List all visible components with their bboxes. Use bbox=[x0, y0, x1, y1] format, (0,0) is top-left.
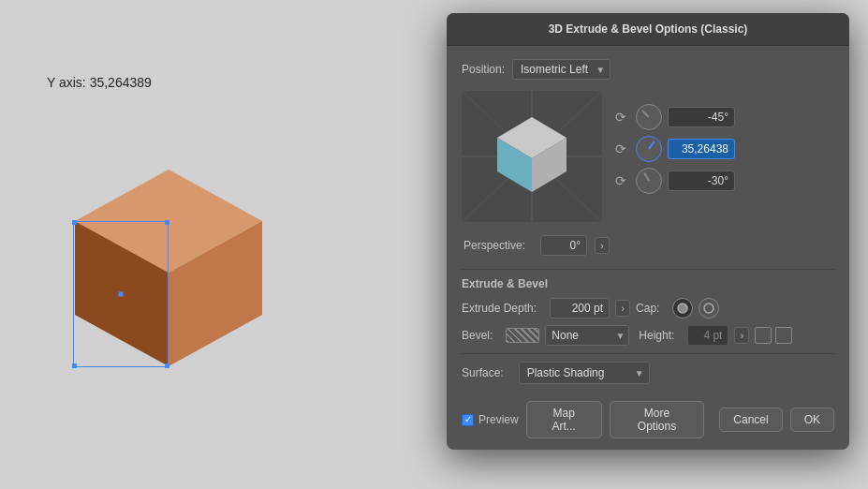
extrude-depth-chevron[interactable]: › bbox=[615, 300, 630, 317]
extrude-depth-label: Extrude Depth: bbox=[462, 302, 537, 315]
divider-2 bbox=[462, 353, 834, 354]
bevel-dropdown[interactable]: None bbox=[545, 325, 629, 346]
x-angle-input[interactable] bbox=[668, 107, 735, 127]
cancel-button[interactable]: Cancel bbox=[719, 408, 782, 432]
preview-checkbox-wrapper: ✓ Preview bbox=[462, 413, 519, 426]
cap-filled-icon bbox=[676, 302, 689, 315]
extrude-depth-row: Extrude Depth: › Cap: bbox=[462, 298, 834, 319]
preview-area: ⟳ ⟳ ⟳ bbox=[462, 91, 834, 222]
x-dial[interactable] bbox=[636, 104, 662, 130]
extrude-bevel-label: Extrude & Bevel bbox=[462, 277, 834, 290]
dialog-titlebar: 3D Extrude & Bevel Options (Classic) bbox=[447, 13, 849, 46]
z-rotation-icon: ⟳ bbox=[611, 173, 630, 188]
cap-filled-button[interactable] bbox=[672, 298, 693, 319]
handle-icon-1 bbox=[755, 327, 772, 344]
y-dial[interactable] bbox=[636, 136, 662, 162]
perspective-chevron[interactable]: › bbox=[595, 237, 610, 254]
more-options-button[interactable]: More Options bbox=[610, 401, 705, 438]
position-dropdown[interactable]: Isometric Left bbox=[512, 59, 611, 80]
handle-icon-2 bbox=[775, 327, 792, 344]
z-dial[interactable] bbox=[636, 168, 662, 194]
cube-container bbox=[66, 160, 272, 366]
bevel-label: Bevel: bbox=[462, 329, 493, 342]
height-input[interactable] bbox=[687, 325, 728, 346]
bevel-swatch bbox=[506, 328, 539, 343]
preview-label: Preview bbox=[478, 413, 519, 426]
position-row: Position: Isometric Left ▼ bbox=[462, 59, 834, 80]
dialog-cube-svg bbox=[462, 91, 602, 222]
cap-open-icon bbox=[702, 302, 715, 315]
svg-point-13 bbox=[704, 304, 714, 313]
y-rotation-row: ⟳ bbox=[611, 136, 735, 162]
perspective-row: Perspective: › bbox=[462, 235, 834, 256]
canvas-area: Y axis: 35,264389 bbox=[0, 0, 337, 489]
height-chevron[interactable]: › bbox=[734, 327, 749, 344]
x-rotation-icon: ⟳ bbox=[611, 110, 630, 125]
z-rotation-row: ⟳ bbox=[611, 168, 735, 194]
x-rotation-row: ⟳ bbox=[611, 104, 735, 130]
position-label: Position: bbox=[462, 63, 505, 76]
dialog: 3D Extrude & Bevel Options (Classic) Pos… bbox=[447, 13, 849, 450]
y-axis-label: Y axis: 35,264389 bbox=[47, 75, 152, 90]
dialog-title: 3D Extrude & Bevel Options (Classic) bbox=[549, 22, 748, 36]
button-row: ✓ Preview Map Art... More Options Cancel… bbox=[462, 397, 834, 438]
cap-label: Cap: bbox=[636, 302, 659, 315]
bevel-dropdown-wrapper[interactable]: None ▼ bbox=[545, 325, 629, 346]
rotation-controls: ⟳ ⟳ ⟳ bbox=[611, 91, 735, 194]
checkbox-check-icon: ✓ bbox=[464, 415, 472, 424]
dialog-cube-preview[interactable] bbox=[462, 91, 602, 222]
cap-open-button[interactable] bbox=[699, 298, 719, 319]
position-dropdown-wrapper[interactable]: Isometric Left ▼ bbox=[512, 59, 611, 80]
bevel-row: Bevel: None ▼ Height: › bbox=[462, 325, 834, 346]
cube-preview-svg bbox=[66, 160, 272, 376]
extrude-depth-input[interactable] bbox=[550, 298, 610, 319]
bevel-handle-icons bbox=[755, 327, 792, 344]
surface-dropdown[interactable]: Plastic Shading bbox=[519, 362, 650, 384]
map-art-button[interactable]: Map Art... bbox=[526, 401, 602, 438]
divider-1 bbox=[462, 269, 834, 270]
z-angle-input[interactable] bbox=[668, 170, 735, 191]
y-angle-input[interactable] bbox=[668, 139, 735, 159]
ok-button[interactable]: OK bbox=[790, 408, 834, 432]
y-rotation-icon: ⟳ bbox=[611, 141, 630, 156]
surface-row: Surface: Plastic Shading ▼ bbox=[462, 362, 834, 384]
perspective-label: Perspective: bbox=[463, 239, 525, 252]
surface-dropdown-wrapper[interactable]: Plastic Shading ▼ bbox=[519, 362, 650, 384]
height-label: Height: bbox=[639, 329, 674, 342]
dialog-body: Position: Isometric Left ▼ bbox=[447, 46, 849, 450]
preview-checkbox[interactable]: ✓ bbox=[462, 414, 474, 426]
perspective-input[interactable] bbox=[540, 235, 587, 256]
surface-label: Surface: bbox=[462, 366, 504, 379]
